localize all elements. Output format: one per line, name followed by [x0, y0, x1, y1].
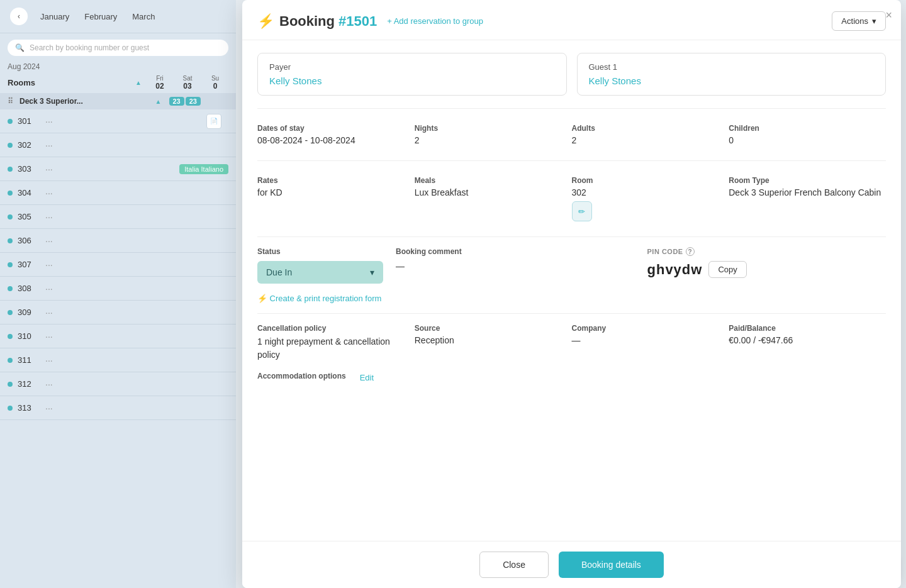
source-value: Reception — [415, 335, 572, 345]
room-menu-306[interactable]: ··· — [45, 236, 53, 246]
status-chevron-icon: ▾ — [370, 267, 374, 277]
booking-comment-cell: Booking comment — — [396, 247, 635, 271]
accommodation-label: Accommodation options — [257, 372, 346, 380]
room-num-308: 308 — [18, 284, 43, 293]
edit-room-button[interactable]: ✏ — [572, 201, 592, 221]
room-dot-310 — [8, 334, 13, 339]
adults-cell: Adults 2 — [572, 119, 729, 150]
edit-pencil-icon: ✏ — [578, 207, 585, 216]
room-dot-302 — [8, 143, 13, 148]
payer-card: Payer Kelly Stones — [257, 53, 567, 96]
accommodation-edit-link[interactable]: Edit — [360, 373, 374, 382]
date-num-02: 02 — [147, 82, 173, 91]
room-menu-302[interactable]: ··· — [45, 140, 53, 150]
booking-lightning-icon: ⚡ — [257, 13, 274, 30]
payer-label: Payer — [269, 62, 555, 72]
room-row-301[interactable]: 301 ··· 📄 — [0, 109, 236, 133]
payer-value[interactable]: Kelly Stones — [269, 75, 555, 86]
month-february: February — [84, 12, 117, 21]
room-num-307: 307 — [18, 260, 43, 269]
room-menu-309[interactable]: ··· — [45, 308, 53, 318]
room-num-309: 309 — [18, 308, 43, 317]
booking-chip-italia[interactable]: Italia Italiano — [179, 164, 228, 174]
meals-value: Lux Breakfast — [415, 187, 572, 197]
paid-balance-cell: Paid/Balance €0.00 / -€947.66 — [729, 324, 886, 362]
source-label: Source — [415, 324, 572, 333]
rates-value: for KD — [257, 187, 415, 197]
source-cell: Source Reception — [415, 324, 572, 362]
actions-label: Actions — [841, 16, 868, 26]
divider-3 — [257, 236, 886, 237]
room-menu-301[interactable]: ··· — [45, 116, 53, 126]
room-menu-312[interactable]: ··· — [45, 379, 53, 389]
date-num-0: 0 — [202, 82, 228, 91]
calendar-panel: ‹ January February March 🔍 Search by boo… — [0, 0, 236, 588]
room-menu-303[interactable]: ··· — [45, 164, 53, 174]
room-label: Room — [572, 176, 729, 185]
room-menu-305[interactable]: ··· — [45, 212, 53, 222]
room-row-305[interactable]: 305 ··· — [0, 205, 236, 229]
badge-23-1: 23 — [169, 97, 184, 106]
search-icon: 🔍 — [15, 43, 25, 52]
room-row-312[interactable]: 312 ··· — [0, 372, 236, 396]
close-button[interactable]: Close — [479, 552, 549, 578]
room-menu-307[interactable]: ··· — [45, 260, 53, 270]
booking-details-button[interactable]: Booking details — [559, 552, 664, 578]
pin-help-icon: ? — [686, 247, 695, 256]
room-details-grid: Rates for KD Meals Lux Breakfast Room 30… — [257, 171, 886, 226]
room-type-cell: Room Type Deck 3 Superior French Balcony… — [729, 171, 886, 226]
room-num-311: 311 — [18, 355, 43, 365]
room-row-309[interactable]: 309 ··· — [0, 301, 236, 325]
room-row-306[interactable]: 306 ··· — [0, 229, 236, 253]
add-reservation-to-group-link[interactable]: + Add reservation to group — [387, 16, 483, 26]
room-dot-304 — [8, 191, 13, 196]
company-label: Company — [572, 324, 729, 333]
copy-pin-button[interactable]: Copy — [708, 261, 746, 278]
modal-header: ⚡ Booking #1501 + Add reservation to gro… — [242, 0, 901, 40]
bottom-details-grid: Cancellation policy 1 night prepayment &… — [257, 324, 886, 362]
room-row-303[interactable]: 303 ··· Italia Italiano — [0, 157, 236, 181]
room-row-304[interactable]: 304 ··· — [0, 181, 236, 205]
calendar-search[interactable]: 🔍 Search by booking number or guest — [8, 40, 228, 56]
registration-form-link[interactable]: ⚡ Create & print registration form — [257, 294, 886, 303]
room-type-label: Room Type — [729, 176, 886, 185]
room-num-303: 303 — [18, 164, 43, 174]
pin-value-row: ghvydw Copy — [647, 261, 886, 278]
room-menu-311[interactable]: ··· — [45, 355, 53, 365]
status-cell: Status Due In ▾ — [257, 247, 383, 284]
status-value: Due In — [266, 267, 292, 277]
payer-guest-row: Payer Kelly Stones Guest 1 Kelly Stones — [257, 53, 886, 96]
room-num-310: 310 — [18, 331, 43, 341]
nights-value: 2 — [415, 135, 572, 145]
divider-4 — [257, 313, 886, 314]
room-num-301: 301 — [18, 116, 43, 126]
room-row-302[interactable]: 302 ··· — [0, 133, 236, 157]
badge-23-2: 23 — [186, 97, 201, 106]
actions-button[interactable]: Actions ▾ — [832, 11, 886, 31]
room-section-header: ⠿ Deck 3 Superior... ▲ 23 23 — [0, 93, 236, 109]
room-menu-308[interactable]: ··· — [45, 284, 53, 294]
room-row-308[interactable]: 308 ··· — [0, 277, 236, 301]
room-menu-313[interactable]: ··· — [45, 403, 53, 413]
calendar-back-button[interactable]: ‹ — [10, 8, 28, 25]
room-cell: Room 302 ✏ — [572, 171, 729, 226]
divider-1 — [257, 108, 886, 109]
room-row-307[interactable]: 307 ··· — [0, 253, 236, 277]
room-row-311[interactable]: 311 ··· — [0, 348, 236, 372]
modal-close-button[interactable]: × — [885, 9, 892, 22]
meals-label: Meals — [415, 176, 572, 185]
guest1-value[interactable]: Kelly Stones — [589, 75, 875, 86]
company-value: — — [572, 335, 729, 345]
sort-arrow: ▲ — [155, 98, 162, 105]
room-row-310[interactable]: 310 ··· — [0, 325, 236, 348]
guest1-label: Guest 1 — [589, 62, 875, 72]
meals-cell: Meals Lux Breakfast — [415, 171, 572, 226]
status-dropdown[interactable]: Due In ▾ — [257, 261, 383, 284]
sort-icon: ▲ — [135, 79, 142, 86]
room-menu-304[interactable]: ··· — [45, 188, 53, 198]
room-row-313[interactable]: 313 ··· — [0, 396, 236, 420]
room-menu-310[interactable]: ··· — [45, 331, 53, 341]
pin-code-label: PIN CODE ? — [647, 247, 886, 256]
section-header-label: Deck 3 Superior... — [20, 97, 153, 106]
date-col-fri: Fri 02 — [147, 75, 173, 91]
